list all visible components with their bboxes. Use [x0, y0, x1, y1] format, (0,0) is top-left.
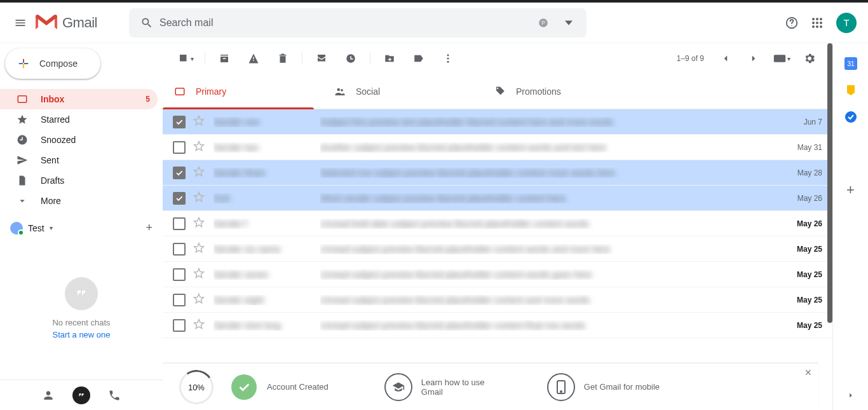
sidebar-item-label: Starred	[41, 114, 70, 125]
apps-grid-button[interactable]	[804, 10, 830, 36]
row-star-icon[interactable]	[193, 191, 205, 205]
row-checkbox[interactable]	[173, 319, 186, 332]
sidebar-item-starred[interactable]: Starred	[0, 109, 158, 130]
settings-button[interactable]	[797, 46, 822, 71]
tab-social[interactable]: Social	[323, 74, 483, 109]
category-tabs: Primary Social Promotions	[163, 74, 832, 109]
svg-point-22	[341, 88, 343, 91]
delete-button[interactable]	[270, 46, 295, 71]
account-avatar[interactable]: T	[836, 13, 857, 33]
chat-dropdown-icon[interactable]: ▾	[50, 224, 53, 231]
row-date: May 31	[778, 143, 822, 152]
more-actions-button[interactable]	[435, 46, 461, 71]
phone-tab-icon[interactable]	[108, 389, 121, 402]
row-star-icon[interactable]	[193, 217, 205, 230]
sidebar-item-inbox[interactable]: Inbox 5	[0, 89, 158, 109]
get-addons-button[interactable]: +	[846, 182, 855, 198]
calendar-addon-icon[interactable]: 31	[844, 57, 857, 70]
search-bar[interactable]: P	[129, 8, 587, 38]
move-to-button[interactable]	[377, 46, 402, 71]
chevron-down-icon	[17, 195, 29, 207]
sidebar-item-label: Drafts	[41, 175, 64, 186]
email-row[interactable]: Sender three Selected row subject previe…	[163, 160, 832, 186]
row-checkbox[interactable]	[173, 243, 186, 256]
input-tools-button[interactable]: ▾	[769, 46, 794, 71]
email-row[interactable]: Sender six name Unread subject preview b…	[163, 236, 832, 262]
sidebar-item-more[interactable]: More	[0, 191, 158, 211]
row-subject: Unread subject preview blurred placehold…	[320, 244, 778, 254]
svg-point-7	[812, 22, 815, 24]
email-row[interactable]: Sender eight Unread subject preview blur…	[163, 287, 832, 313]
report-spam-button[interactable]	[241, 46, 266, 71]
search-badge-icon[interactable]: P	[531, 17, 556, 29]
svg-point-12	[820, 25, 822, 28]
hangouts-tab-icon[interactable]	[72, 386, 90, 404]
brand-wrap: Gmail	[36, 15, 97, 31]
get-mobile-button[interactable]: Get Gmail for mobile	[547, 373, 660, 401]
compose-button[interactable]: Compose	[5, 48, 100, 79]
page-prev-button[interactable]	[713, 46, 738, 71]
social-tab-icon	[334, 86, 346, 97]
learn-gmail-button[interactable]: Learn how to use Gmail	[384, 373, 491, 401]
sidebar-item-sent[interactable]: Sent	[0, 150, 158, 170]
email-list: Sender one Subject line preview text pla…	[163, 109, 832, 338]
svg-point-3	[791, 25, 792, 25]
row-star-icon[interactable]	[193, 318, 205, 332]
scrollbar[interactable]	[826, 43, 832, 363]
row-checkbox[interactable]	[173, 294, 186, 306]
row-star-icon[interactable]	[193, 293, 205, 306]
sidebar-item-drafts[interactable]: Drafts	[0, 170, 158, 191]
tasks-addon-icon[interactable]	[844, 111, 857, 123]
row-sender: Sender one	[214, 117, 320, 127]
support-button[interactable]	[779, 10, 804, 36]
page-next-button[interactable]	[741, 46, 766, 71]
row-checkbox[interactable]	[173, 167, 186, 179]
row-checkbox[interactable]	[173, 217, 186, 230]
email-row[interactable]: Sender seven Unread subject preview blur…	[163, 262, 832, 287]
labels-button[interactable]	[406, 46, 431, 71]
mark-unread-button[interactable]	[309, 46, 334, 71]
svg-point-16	[447, 54, 449, 56]
close-setup-button[interactable]: ✕	[804, 367, 812, 378]
keep-addon-icon[interactable]	[844, 84, 857, 97]
email-row[interactable]: Sender two Another subject preview blurr…	[163, 135, 832, 160]
row-checkbox[interactable]	[173, 192, 186, 205]
sidebar-item-snoozed[interactable]: Snoozed	[0, 130, 158, 150]
inbox-icon	[17, 93, 29, 105]
row-subject: Unread subject preview blurred placehold…	[320, 295, 778, 305]
gmail-logo-icon	[36, 15, 57, 31]
chat-user-header[interactable]: Test ▾ +	[0, 219, 163, 237]
compose-plus-icon	[17, 57, 31, 71]
tab-primary[interactable]: Primary	[163, 74, 323, 109]
contacts-tab-icon[interactable]	[42, 389, 55, 402]
row-date: May 25	[778, 245, 822, 254]
collapse-panel-button[interactable]	[846, 391, 855, 402]
row-star-icon[interactable]	[193, 268, 205, 281]
select-all-button[interactable]: ▾	[173, 46, 198, 71]
row-star-icon[interactable]	[193, 166, 205, 179]
pagination-count: 1–9 of 9	[677, 54, 704, 63]
search-input[interactable]	[159, 17, 531, 29]
snooze-button[interactable]	[338, 46, 363, 71]
email-row[interactable]: Snd Short sender subject preview blurred…	[163, 186, 832, 211]
primary-tab-icon	[174, 86, 186, 97]
search-options-button[interactable]	[556, 19, 581, 27]
search-icon[interactable]	[134, 17, 159, 29]
email-row[interactable]: Sender nine long Unread subject preview …	[163, 313, 832, 338]
main-menu-button[interactable]	[5, 8, 36, 38]
row-checkbox[interactable]	[173, 268, 186, 281]
row-checkbox[interactable]	[173, 141, 186, 154]
tab-promotions[interactable]: Promotions	[483, 74, 643, 109]
row-star-icon[interactable]	[193, 140, 205, 154]
row-star-icon[interactable]	[193, 242, 205, 256]
clock-icon	[17, 134, 29, 146]
setup-progress-bar: 10% Account Created Learn how to use Gma…	[163, 363, 818, 410]
row-sender: Snd	[214, 193, 320, 203]
email-row[interactable]: Sender one Subject line preview text pla…	[163, 109, 832, 135]
email-row[interactable]: Sender f Unread bold date subject previe…	[163, 211, 832, 236]
start-chat-link[interactable]: Start a new one	[52, 330, 110, 339]
new-chat-button[interactable]: +	[146, 221, 153, 235]
archive-button[interactable]	[212, 46, 237, 71]
row-star-icon[interactable]	[193, 115, 205, 128]
row-checkbox[interactable]	[173, 116, 186, 128]
